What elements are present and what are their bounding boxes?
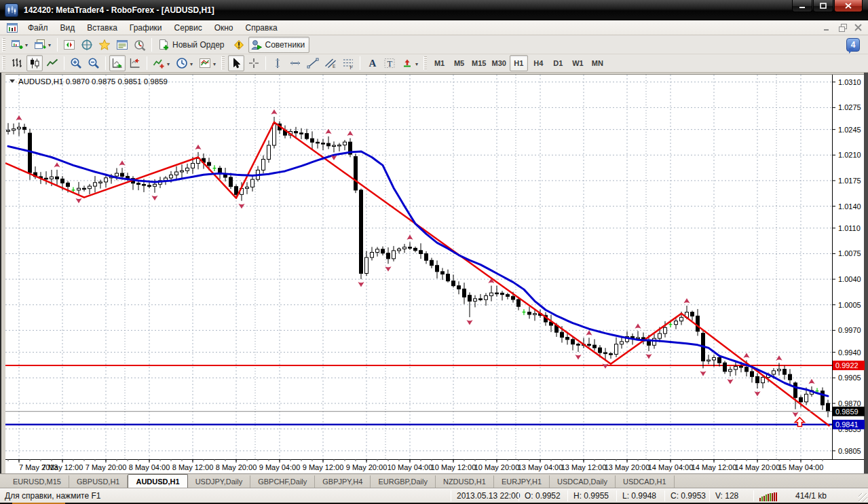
svg-text:15 May 04:00: 15 May 04:00: [778, 463, 824, 471]
toolbar-grip[interactable]: [221, 56, 225, 70]
text-label-button[interactable]: T: [381, 55, 398, 71]
auto-scroll-button[interactable]: [109, 55, 126, 71]
svg-text:1.0110: 1.0110: [838, 224, 861, 232]
app-logo-icon: [5, 3, 18, 17]
timeframe-mn-button[interactable]: MN: [588, 55, 607, 71]
mdi-minimize-icon[interactable]: [821, 22, 833, 33]
strategy-tester-icon: [134, 39, 146, 51]
chart-canvas[interactable]: 1.03101.02751.02451.02101.01751.01401.01…: [0, 73, 868, 473]
dropdown-arrow-icon: ▾: [25, 42, 28, 48]
svg-text:A: A: [369, 58, 376, 69]
strategy-tester-button[interactable]: [132, 37, 148, 53]
data-window-button[interactable]: [79, 37, 95, 53]
chart-tab-eurusd-m15[interactable]: EURUSD,M15: [5, 475, 69, 488]
menu-item-4[interactable]: Сервис: [168, 21, 208, 35]
periods-list-button[interactable]: ▾: [174, 55, 195, 71]
arrows-button[interactable]: ▾: [399, 55, 421, 71]
timeframe-m15-button[interactable]: M15: [470, 55, 488, 71]
menu-item-5[interactable]: Окно: [208, 21, 240, 35]
chart-window-icon[interactable]: [7, 23, 18, 33]
new-chart-button[interactable]: ▾: [9, 37, 31, 53]
equidistant-channel-button[interactable]: E: [322, 55, 339, 71]
svg-text:1.0040: 1.0040: [838, 275, 861, 283]
market-watch-icon: [63, 39, 75, 51]
chart-tab-nzdusd-h1[interactable]: NZDUSD,H1: [436, 475, 494, 488]
toolbar-separator: [147, 56, 147, 70]
mdi-close-icon[interactable]: [852, 22, 864, 33]
svg-text:1.0210: 1.0210: [838, 151, 861, 159]
chart-tab-eurgbp-daily[interactable]: EURGBP,Daily: [371, 475, 436, 488]
timeframe-w1-button[interactable]: W1: [569, 55, 587, 71]
minimize-button[interactable]: [792, 0, 812, 12]
menu-item-1[interactable]: Вид: [54, 21, 81, 35]
timeframe-h4-button[interactable]: H4: [529, 55, 548, 71]
trendline-button[interactable]: [305, 55, 321, 71]
svg-text:1.0005: 1.0005: [838, 301, 861, 309]
timeframe-h1-button[interactable]: H1: [510, 55, 528, 71]
svg-text:8 May 20:00: 8 May 20:00: [216, 463, 257, 471]
expert-advisors-button[interactable]: Советники: [248, 37, 310, 53]
toolbar-grip[interactable]: [2, 56, 5, 70]
toolbar-grip[interactable]: [423, 56, 427, 70]
chart-tab-usdcad-h1[interactable]: USDCAD,H1: [616, 475, 675, 488]
svg-text:14 May 04:00: 14 May 04:00: [648, 463, 694, 471]
dropdown-arrow-icon: ▾: [190, 61, 193, 67]
menu-item-0[interactable]: Файл: [22, 21, 54, 35]
terminal-button[interactable]: [114, 37, 130, 53]
timeframe-m5-button[interactable]: M5: [450, 55, 468, 71]
menu-item-2[interactable]: Вставка: [81, 21, 124, 35]
svg-text:0.9905: 0.9905: [838, 374, 861, 382]
maximize-button[interactable]: [813, 0, 833, 12]
vertical-line-button[interactable]: [269, 55, 286, 71]
chart-tab-usdcad-daily[interactable]: USDCAD,Daily: [550, 475, 616, 488]
bar-chart-mode-button[interactable]: [9, 55, 25, 71]
window-resize-grip[interactable]: [858, 493, 867, 502]
equidistant-channel-icon: E: [324, 57, 337, 69]
navigator-button[interactable]: [96, 37, 113, 53]
status-high: H: 0.9955: [573, 491, 609, 501]
periods-list-icon: [176, 57, 188, 69]
notification-badge[interactable]: 4: [846, 38, 860, 52]
alert-icon: [233, 39, 245, 51]
svg-text:13 May 04:00: 13 May 04:00: [518, 463, 563, 471]
toolbar-separator: [105, 56, 106, 70]
new-order-button[interactable]: Новый Ордер: [155, 37, 229, 53]
svg-text:14 May 20:00: 14 May 20:00: [735, 463, 780, 471]
data-window-icon: [81, 39, 93, 51]
chart-tab-gbpchf-daily[interactable]: GBPCHF,Daily: [250, 475, 315, 488]
chart-tab-gbpusd-h1[interactable]: GBPUSD,H1: [69, 475, 128, 488]
timeframe-d1-button[interactable]: D1: [549, 55, 567, 71]
indicators-list-button[interactable]: ▾: [151, 55, 172, 71]
market-watch-button[interactable]: [61, 37, 77, 53]
toolbar-separator: [64, 56, 64, 70]
crosshair-button[interactable]: [246, 55, 262, 71]
standard-toolbar: ▾▾Новый ОрдерСоветники: [0, 35, 868, 54]
text-button[interactable]: A: [364, 55, 380, 71]
mdi-restore-icon[interactable]: [837, 22, 848, 33]
status-close: C: 0.9953: [671, 491, 706, 501]
timeframe-m1-button[interactable]: M1: [430, 55, 449, 71]
alert-button[interactable]: [231, 37, 247, 53]
candlestick-mode-button[interactable]: [26, 55, 43, 71]
zoom-out-button[interactable]: [86, 55, 102, 71]
close-button[interactable]: [834, 0, 863, 12]
chart-tab-audusd-h1[interactable]: AUDUSD,H1: [128, 474, 187, 488]
chart-tab-gbpjpy-h4[interactable]: GBPJPY,H4: [315, 475, 371, 488]
menu-item-6[interactable]: Справка: [240, 21, 284, 35]
timeframe-m30-button[interactable]: M30: [489, 55, 508, 71]
cursor-button[interactable]: [228, 55, 244, 71]
chart-shift-button[interactable]: [127, 55, 143, 71]
chart-tab-usdjpy-daily[interactable]: USDJPY,Daily: [188, 475, 251, 488]
chart-shift-icon: [129, 57, 141, 69]
menu-item-3[interactable]: Графики: [124, 21, 168, 35]
zoom-in-button[interactable]: [68, 55, 84, 71]
toolbar-grip[interactable]: [2, 38, 5, 52]
line-chart-mode-button[interactable]: [44, 55, 60, 71]
dropdown-arrow-icon: ▾: [48, 42, 51, 48]
horizontal-line-button[interactable]: [287, 55, 303, 71]
fibonacci-button[interactable]: F: [340, 55, 356, 71]
chart-tab-eurjpy-h1[interactable]: EURJPY,H1: [494, 475, 550, 488]
templates-button[interactable]: ▾: [197, 55, 219, 71]
profiles-button[interactable]: ▾: [32, 37, 54, 53]
connection-status-icon: [759, 492, 778, 503]
